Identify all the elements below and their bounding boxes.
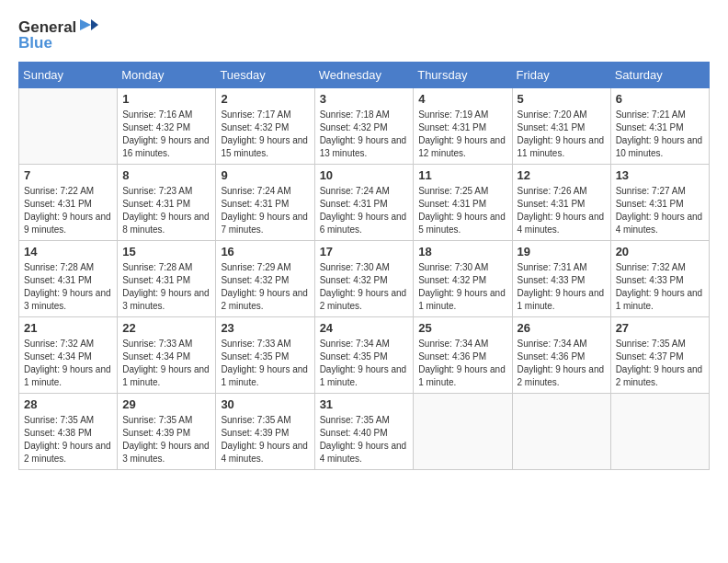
day-number: 6 <box>616 92 704 106</box>
day-number: 26 <box>518 321 606 335</box>
calendar-cell <box>414 394 512 470</box>
calendar-cell: 6Sunrise: 7:21 AM Sunset: 4:31 PM Daylig… <box>610 88 709 165</box>
calendar-cell: 28Sunrise: 7:35 AM Sunset: 4:38 PM Dayli… <box>19 394 118 470</box>
day-info: Sunrise: 7:31 AM Sunset: 4:33 PM Dayligh… <box>518 261 606 313</box>
day-info: Sunrise: 7:33 AM Sunset: 4:35 PM Dayligh… <box>221 338 309 389</box>
logo: General Blue <box>18 18 98 52</box>
day-info: Sunrise: 7:35 AM Sunset: 4:39 PM Dayligh… <box>122 414 210 465</box>
day-info: Sunrise: 7:28 AM Sunset: 4:31 PM Dayligh… <box>122 261 210 313</box>
header-day: Sunday <box>19 63 118 88</box>
header-day: Tuesday <box>216 63 314 88</box>
calendar-cell: 12Sunrise: 7:26 AM Sunset: 4:31 PM Dayli… <box>512 165 610 241</box>
day-info: Sunrise: 7:29 AM Sunset: 4:32 PM Dayligh… <box>221 261 309 313</box>
day-info: Sunrise: 7:30 AM Sunset: 4:32 PM Dayligh… <box>418 261 506 313</box>
calendar-cell <box>19 88 118 165</box>
day-info: Sunrise: 7:24 AM Sunset: 4:31 PM Dayligh… <box>221 185 309 236</box>
day-number: 20 <box>616 245 704 259</box>
calendar-cell: 15Sunrise: 7:28 AM Sunset: 4:31 PM Dayli… <box>118 241 216 317</box>
day-number: 25 <box>418 321 506 335</box>
calendar-cell: 10Sunrise: 7:24 AM Sunset: 4:31 PM Dayli… <box>314 165 414 241</box>
calendar-week: 21Sunrise: 7:32 AM Sunset: 4:34 PM Dayli… <box>19 317 710 394</box>
day-info: Sunrise: 7:35 AM Sunset: 4:38 PM Dayligh… <box>24 414 112 465</box>
calendar-body: 1Sunrise: 7:16 AM Sunset: 4:32 PM Daylig… <box>19 88 710 470</box>
day-number: 19 <box>518 245 606 259</box>
calendar-cell: 11Sunrise: 7:25 AM Sunset: 4:31 PM Dayli… <box>414 165 512 241</box>
calendar-cell: 21Sunrise: 7:32 AM Sunset: 4:34 PM Dayli… <box>19 317 118 394</box>
calendar-cell: 24Sunrise: 7:34 AM Sunset: 4:35 PM Dayli… <box>314 317 414 394</box>
svg-marker-0 <box>80 19 91 30</box>
day-info: Sunrise: 7:27 AM Sunset: 4:31 PM Dayligh… <box>616 185 704 236</box>
calendar-cell: 4Sunrise: 7:19 AM Sunset: 4:31 PM Daylig… <box>414 88 512 165</box>
logo-blue: Blue <box>18 34 52 52</box>
day-number: 10 <box>320 168 409 182</box>
day-info: Sunrise: 7:26 AM Sunset: 4:31 PM Dayligh… <box>518 185 606 236</box>
calendar-cell: 2Sunrise: 7:17 AM Sunset: 4:32 PM Daylig… <box>216 88 314 165</box>
calendar-cell: 9Sunrise: 7:24 AM Sunset: 4:31 PM Daylig… <box>216 165 314 241</box>
day-info: Sunrise: 7:19 AM Sunset: 4:31 PM Dayligh… <box>418 109 506 160</box>
svg-marker-1 <box>91 19 98 30</box>
calendar-cell: 31Sunrise: 7:35 AM Sunset: 4:40 PM Dayli… <box>314 394 414 470</box>
calendar-cell: 13Sunrise: 7:27 AM Sunset: 4:31 PM Dayli… <box>610 165 709 241</box>
day-number: 21 <box>24 321 112 335</box>
calendar-cell: 25Sunrise: 7:34 AM Sunset: 4:36 PM Dayli… <box>414 317 512 394</box>
calendar-cell: 17Sunrise: 7:30 AM Sunset: 4:32 PM Dayli… <box>314 241 414 317</box>
header-day: Wednesday <box>314 63 414 88</box>
calendar-cell: 5Sunrise: 7:20 AM Sunset: 4:31 PM Daylig… <box>512 88 610 165</box>
day-info: Sunrise: 7:32 AM Sunset: 4:34 PM Dayligh… <box>24 338 112 389</box>
day-info: Sunrise: 7:22 AM Sunset: 4:31 PM Dayligh… <box>24 185 112 236</box>
header-day: Saturday <box>610 63 709 88</box>
header-day: Monday <box>118 63 216 88</box>
calendar-cell: 23Sunrise: 7:33 AM Sunset: 4:35 PM Dayli… <box>216 317 314 394</box>
header-day: Friday <box>512 63 610 88</box>
day-info: Sunrise: 7:35 AM Sunset: 4:40 PM Dayligh… <box>320 414 409 465</box>
page-header: General Blue <box>18 18 710 52</box>
day-info: Sunrise: 7:25 AM Sunset: 4:31 PM Dayligh… <box>418 185 506 236</box>
calendar-cell <box>512 394 610 470</box>
calendar-cell: 19Sunrise: 7:31 AM Sunset: 4:33 PM Dayli… <box>512 241 610 317</box>
day-number: 31 <box>320 397 409 411</box>
day-number: 23 <box>221 321 309 335</box>
calendar-cell: 3Sunrise: 7:18 AM Sunset: 4:32 PM Daylig… <box>314 88 414 165</box>
day-number: 16 <box>221 245 309 259</box>
day-number: 3 <box>320 92 409 106</box>
day-info: Sunrise: 7:35 AM Sunset: 4:37 PM Dayligh… <box>616 338 704 389</box>
day-number: 27 <box>616 321 704 335</box>
day-info: Sunrise: 7:34 AM Sunset: 4:36 PM Dayligh… <box>418 338 506 389</box>
header-row: SundayMondayTuesdayWednesdayThursdayFrid… <box>19 63 710 88</box>
day-info: Sunrise: 7:16 AM Sunset: 4:32 PM Dayligh… <box>122 109 210 160</box>
calendar-cell: 20Sunrise: 7:32 AM Sunset: 4:33 PM Dayli… <box>610 241 709 317</box>
calendar-week: 28Sunrise: 7:35 AM Sunset: 4:38 PM Dayli… <box>19 394 710 470</box>
day-number: 8 <box>122 168 210 182</box>
day-number: 1 <box>122 92 210 106</box>
day-number: 4 <box>418 92 506 106</box>
day-info: Sunrise: 7:17 AM Sunset: 4:32 PM Dayligh… <box>221 109 309 160</box>
day-info: Sunrise: 7:34 AM Sunset: 4:36 PM Dayligh… <box>518 338 606 389</box>
day-info: Sunrise: 7:35 AM Sunset: 4:39 PM Dayligh… <box>221 414 309 465</box>
day-number: 2 <box>221 92 309 106</box>
day-info: Sunrise: 7:30 AM Sunset: 4:32 PM Dayligh… <box>320 261 409 313</box>
calendar-header: SundayMondayTuesdayWednesdayThursdayFrid… <box>19 63 710 88</box>
day-number: 15 <box>122 245 210 259</box>
day-number: 5 <box>518 92 606 106</box>
calendar-cell: 26Sunrise: 7:34 AM Sunset: 4:36 PM Dayli… <box>512 317 610 394</box>
calendar-cell: 29Sunrise: 7:35 AM Sunset: 4:39 PM Dayli… <box>118 394 216 470</box>
day-number: 18 <box>418 245 506 259</box>
day-info: Sunrise: 7:18 AM Sunset: 4:32 PM Dayligh… <box>320 109 409 160</box>
day-info: Sunrise: 7:20 AM Sunset: 4:31 PM Dayligh… <box>518 109 606 160</box>
day-number: 7 <box>24 168 112 182</box>
day-number: 30 <box>221 397 309 411</box>
day-info: Sunrise: 7:33 AM Sunset: 4:34 PM Dayligh… <box>122 338 210 389</box>
calendar-cell: 16Sunrise: 7:29 AM Sunset: 4:32 PM Dayli… <box>216 241 314 317</box>
day-number: 12 <box>518 168 606 182</box>
day-info: Sunrise: 7:32 AM Sunset: 4:33 PM Dayligh… <box>616 261 704 313</box>
day-number: 22 <box>122 321 210 335</box>
day-number: 11 <box>418 168 506 182</box>
day-info: Sunrise: 7:21 AM Sunset: 4:31 PM Dayligh… <box>616 109 704 160</box>
day-number: 24 <box>320 321 409 335</box>
logo-flag-icon <box>78 19 98 36</box>
calendar-cell: 1Sunrise: 7:16 AM Sunset: 4:32 PM Daylig… <box>118 88 216 165</box>
calendar-cell: 18Sunrise: 7:30 AM Sunset: 4:32 PM Dayli… <box>414 241 512 317</box>
calendar-cell: 30Sunrise: 7:35 AM Sunset: 4:39 PM Dayli… <box>216 394 314 470</box>
day-number: 13 <box>616 168 704 182</box>
calendar-week: 1Sunrise: 7:16 AM Sunset: 4:32 PM Daylig… <box>19 88 710 165</box>
